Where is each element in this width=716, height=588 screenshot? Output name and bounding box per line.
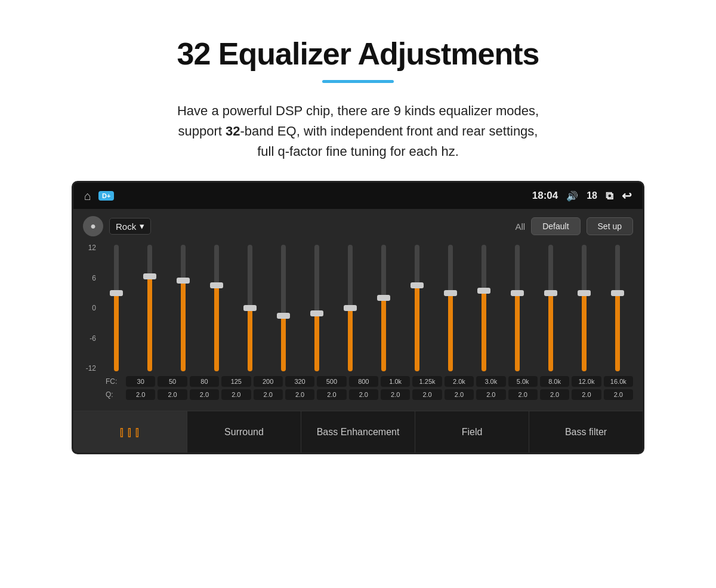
setup-button[interactable]: Set up [587, 217, 633, 235]
q-value-5.0k: 2.0 [508, 389, 538, 400]
slider-thumb-1.0k[interactable] [377, 295, 390, 301]
slider-col-5.0k[interactable] [502, 242, 533, 374]
q-value-50: 2.0 [158, 389, 187, 400]
status-bar: ⌂ D+ 18:04 🔊 18 ⧉ ↩ [73, 183, 643, 209]
slider-thumb-1.25k[interactable] [411, 282, 424, 288]
slider-col-12.0k[interactable] [569, 242, 600, 374]
nav-item-eq-icon[interactable]: ⫿⫿⫿ [73, 411, 187, 452]
all-label: All [515, 221, 525, 232]
description: Have a powerful DSP chip, there are 9 ki… [177, 101, 539, 162]
slider-col-800[interactable] [335, 242, 366, 374]
slider-col-320[interactable] [268, 242, 299, 374]
slider-track-3.0k[interactable] [482, 245, 486, 371]
slider-fill-800 [348, 308, 353, 371]
slider-track-16.0k[interactable] [615, 245, 620, 371]
slider-fill-500 [314, 313, 319, 372]
slider-col-3.0k[interactable] [468, 242, 499, 374]
volume-value: 18 [587, 190, 597, 201]
slider-track-200[interactable] [248, 245, 252, 371]
q-row: Q:2.02.02.02.02.02.02.02.02.02.02.02.02.… [106, 389, 633, 400]
slider-fill-8.0k [548, 293, 553, 371]
bottom-nav: ⫿⫿⫿SurroundBass EnhancementFieldBass fil… [73, 411, 643, 452]
eq-chart: 12 6 0 -6 -12 [83, 242, 633, 374]
nav-item-surround[interactable]: Surround [187, 411, 301, 452]
slider-track-320[interactable] [281, 245, 286, 371]
fc-value-1.25k: 1.25k [412, 376, 442, 387]
q-value-12.0k: 2.0 [572, 389, 601, 400]
preset-dropdown[interactable]: Rock ▾ [109, 218, 151, 235]
slider-thumb-800[interactable] [344, 305, 357, 311]
volume-icon: 🔊 [566, 190, 578, 202]
q-value-125: 2.0 [221, 389, 251, 400]
fc-value-200: 200 [254, 376, 283, 387]
slider-track-50[interactable] [147, 245, 152, 371]
home-icon[interactable]: ⌂ [84, 189, 91, 203]
slider-col-8.0k[interactable] [535, 242, 566, 374]
slider-fill-5.0k [515, 293, 520, 371]
slider-track-125[interactable] [214, 245, 219, 371]
slider-track-800[interactable] [348, 245, 353, 371]
slider-col-1.0k[interactable] [368, 242, 399, 374]
q-value-2.0k: 2.0 [445, 389, 474, 400]
slider-fill-320 [281, 316, 286, 371]
slider-col-200[interactable] [234, 242, 266, 374]
slider-col-1.25k[interactable] [402, 242, 433, 374]
slider-thumb-12.0k[interactable] [578, 290, 591, 296]
slider-track-5.0k[interactable] [515, 245, 520, 371]
default-button[interactable]: Default [531, 217, 580, 235]
slider-fill-200 [248, 308, 252, 371]
slider-thumb-200[interactable] [243, 305, 257, 311]
slider-thumb-3.0k[interactable] [477, 288, 490, 294]
slider-thumb-50[interactable] [143, 273, 156, 279]
slider-fill-80 [181, 281, 186, 372]
slider-thumb-320[interactable] [277, 313, 290, 319]
window-icon: ⧉ [606, 190, 613, 202]
eq-labels-section: FC:3050801252003205008001.0k1.25k2.0k3.0… [83, 374, 633, 405]
slider-track-2.0k[interactable] [448, 245, 453, 371]
slider-col-30[interactable] [101, 242, 132, 374]
slider-thumb-125[interactable] [210, 282, 223, 288]
slider-track-80[interactable] [181, 245, 186, 371]
eq-nav-icon: ⫿⫿⫿ [119, 424, 142, 440]
slider-thumb-500[interactable] [310, 310, 323, 316]
slider-fill-1.0k [381, 298, 386, 371]
slider-fill-16.0k [615, 293, 620, 371]
nav-label-bass-enhancement: Bass Enhancement [317, 427, 400, 438]
slider-track-1.25k[interactable] [415, 245, 419, 371]
slider-track-1.0k[interactable] [381, 245, 386, 371]
slider-fill-12.0k [582, 293, 587, 371]
slider-col-80[interactable] [168, 242, 199, 374]
slider-col-125[interactable] [201, 242, 232, 374]
eq-top-left: ● Rock ▾ [83, 216, 151, 236]
nav-label-surround: Surround [224, 427, 264, 438]
fc-value-8.0k: 8.0k [540, 376, 569, 387]
slider-thumb-8.0k[interactable] [544, 290, 557, 296]
slider-col-2.0k[interactable] [435, 242, 466, 374]
slider-track-8.0k[interactable] [548, 245, 553, 371]
slider-col-16.0k[interactable] [602, 242, 633, 374]
q-value-8.0k: 2.0 [540, 389, 569, 400]
nav-item-field[interactable]: Field [415, 411, 529, 452]
slider-thumb-2.0k[interactable] [444, 290, 457, 296]
q-value-1.25k: 2.0 [412, 389, 442, 400]
nav-item-bass-filter[interactable]: Bass filter [529, 411, 643, 452]
back-icon[interactable]: ↩ [622, 189, 632, 203]
slider-thumb-5.0k[interactable] [511, 290, 524, 296]
slider-track-30[interactable] [114, 245, 119, 371]
slider-col-50[interactable] [134, 242, 165, 374]
q-value-320: 2.0 [285, 389, 314, 400]
chevron-down-icon: ▾ [140, 221, 144, 232]
slider-col-500[interactable] [301, 242, 332, 374]
nav-item-bass-enhancement[interactable]: Bass Enhancement [301, 411, 415, 452]
slider-track-12.0k[interactable] [582, 245, 587, 371]
slider-thumb-16.0k[interactable] [611, 290, 624, 296]
slider-fill-50 [147, 276, 152, 371]
eq-scale: 12 6 0 -6 -12 [83, 242, 101, 374]
power-button[interactable]: ● [83, 216, 103, 236]
slider-thumb-30[interactable] [110, 290, 123, 296]
q-value-800: 2.0 [349, 389, 378, 400]
slider-thumb-80[interactable] [177, 278, 190, 284]
q-value-30: 2.0 [126, 389, 155, 400]
slider-track-500[interactable] [314, 245, 319, 371]
page-wrapper: 32 Equalizer Adjustments Have a powerful… [0, 0, 716, 588]
